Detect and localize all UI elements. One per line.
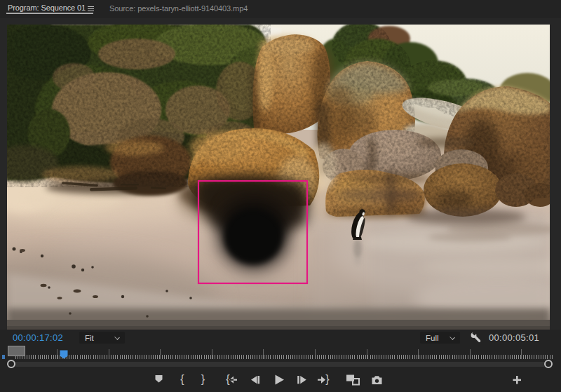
svg-text:{: { — [180, 373, 184, 385]
svg-text:{: { — [226, 373, 230, 385]
svg-text:}: } — [325, 373, 330, 385]
svg-text:}: } — [201, 373, 205, 385]
